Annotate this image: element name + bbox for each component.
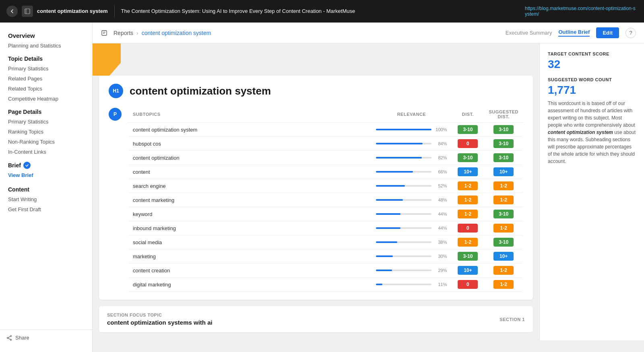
p-badge: P — [109, 108, 122, 121]
share-button[interactable]: Share — [6, 335, 86, 341]
svg-point-2 — [10, 336, 12, 337]
sidebar-content-header: Content — [0, 181, 92, 194]
sidebar-item-ranking-topics[interactable]: Ranking Topics — [0, 127, 92, 137]
suggested-dist-cell: 1-2 — [484, 193, 523, 207]
topic-name: marketing — [128, 249, 371, 263]
article-card: H1 content optimization system P SUBTOPI… — [99, 76, 533, 300]
article-area: H1 content optimization system P SUBTOPI… — [93, 43, 539, 340]
relevance-cell: 44% — [371, 207, 452, 221]
suggested-dist-cell: 3-10 — [484, 207, 523, 221]
relevance-cell: 82% — [371, 151, 452, 165]
sidebar-item-primary-stats-1[interactable]: Primary Statistics — [0, 64, 92, 74]
suggested-dist-cell: 3-10 — [484, 151, 523, 165]
dist-cell: 1-2 — [452, 193, 484, 207]
dist-cell: 0 — [452, 278, 484, 292]
table-row: digital marketing 11% 0 1-2 — [128, 278, 523, 292]
table-row: content optimization 82% 3-10 3-10 — [128, 151, 523, 165]
target-score-label: TARGET CONTENT SCORE — [548, 51, 636, 56]
sidebar-brief-header: Brief — [0, 157, 92, 171]
article-title-row: H1 content optimization system — [109, 84, 523, 98]
doc-title: The Content Optimization System: Using A… — [121, 8, 525, 15]
sidebar-item-start-writing[interactable]: Start Writing — [0, 194, 92, 204]
table-row: content creation 29% 10+ 1-2 — [128, 263, 523, 278]
section-number: SECTION 1 — [500, 317, 525, 322]
help-button[interactable]: ? — [625, 28, 636, 38]
sidebar-item-get-first-draft[interactable]: Get First Draft — [0, 204, 92, 214]
relevance-cell: 48% — [371, 193, 452, 207]
dist-cell: 3-10 — [452, 123, 484, 137]
dist-cell: 1-2 — [452, 207, 484, 221]
sidebar-item-primary-stats-2[interactable]: Primary Statistics — [0, 117, 92, 127]
h1-badge: H1 — [109, 84, 123, 98]
svg-point-4 — [10, 339, 12, 340]
dist-cell: 10+ — [452, 165, 484, 179]
content-wrapper: H1 content optimization system P SUBTOPI… — [93, 43, 644, 340]
dist-cell: 3-10 — [452, 249, 484, 263]
suggested-dist-cell: 1-2 — [484, 179, 523, 193]
yellow-accent-bar — [93, 43, 121, 76]
dist-cell: 1-2 — [452, 235, 484, 249]
sidebar-item-competitive-heatmap[interactable]: Competitive Heatmap — [0, 94, 92, 104]
sidebar-item-related-pages[interactable]: Related Pages — [0, 74, 92, 84]
back-button[interactable] — [6, 6, 18, 17]
sidebar-item-planning[interactable]: Planning and Statistics — [0, 41, 92, 51]
suggested-dist-cell: 3-10 — [484, 235, 523, 249]
edit-button[interactable]: Edit — [596, 27, 619, 38]
sidebar: Overview Planning and Statistics Topic D… — [0, 23, 93, 352]
sidebar-overview-header: Overview — [0, 29, 92, 41]
right-panel: TARGET CONTENT SCORE 32 SUGGESTED WORD C… — [539, 43, 644, 340]
topic-name: digital marketing — [128, 278, 371, 292]
sidebar-item-non-ranking-topics[interactable]: Non-Ranking Topics — [0, 137, 92, 147]
topbar-separator — [114, 5, 115, 17]
topic-name: content optimization system — [128, 123, 371, 137]
sidebar-item-in-content-links[interactable]: In-Content Links — [0, 147, 92, 157]
topbar: content optimization system The Content … — [0, 0, 644, 23]
section-card: SECTION FOCUS TOPIC content optimization… — [99, 306, 533, 332]
page-url[interactable]: https://blog.marketmuse.com/content-opti… — [525, 6, 638, 17]
dist-cell: 3-10 — [452, 151, 484, 165]
suggested-dist-cell: 10+ — [484, 249, 523, 263]
article-title: content optimization system — [130, 85, 271, 97]
relevance-cell: 30% — [371, 249, 452, 263]
header-actions: Executive Summary Outline Brief Edit ? — [506, 27, 636, 38]
word-count-value: 1,771 — [548, 84, 636, 97]
dist-cell: 0 — [452, 221, 484, 235]
sidebar-footer: Share — [0, 329, 92, 346]
breadcrumb-reports[interactable]: Reports — [114, 30, 133, 36]
main-layout: Overview Planning and Statistics Topic D… — [0, 23, 644, 352]
exec-summary-link[interactable]: Executive Summary — [506, 30, 552, 36]
svg-line-6 — [8, 338, 10, 339]
relevance-cell: 100% — [371, 123, 452, 137]
topic-name: content marketing — [128, 193, 371, 207]
relevance-cell: 29% — [371, 263, 452, 278]
topic-name: content creation — [128, 263, 371, 278]
sidebar-page-details-header: Page Details — [0, 104, 92, 117]
relevance-cell: 84% — [371, 137, 452, 151]
table-row: content optimization system 100% 3-10 3-… — [128, 123, 523, 137]
suggested-dist-cell: 3-10 — [484, 137, 523, 151]
breadcrumb-current: content optimization system — [142, 30, 211, 36]
table-row: inbound marketing 44% 0 1-2 — [128, 221, 523, 235]
relevance-col-header: RELEVANCE — [371, 106, 452, 123]
topic-name: search engine — [128, 179, 371, 193]
topic-name: content — [128, 165, 371, 179]
outline-brief-link[interactable]: Outline Brief — [558, 29, 590, 37]
svg-line-5 — [8, 336, 10, 338]
sidebar-item-related-topics[interactable]: Related Topics — [0, 84, 92, 94]
dist-cell: 1-2 — [452, 179, 484, 193]
table-row: keyword 44% 1-2 3-10 — [128, 207, 523, 221]
sidebar-view-brief-link[interactable]: View Brief — [0, 171, 92, 181]
brief-check-icon — [23, 162, 31, 169]
section-focus-value: content optimization systems with ai — [107, 319, 213, 326]
relevance-cell: 38% — [371, 235, 452, 249]
dist-cell: 10+ — [452, 263, 484, 278]
reports-icon — [101, 29, 108, 37]
topic-name: social media — [128, 235, 371, 249]
topic-name: keyword — [128, 207, 371, 221]
suggested-dist-cell: 1-2 — [484, 263, 523, 278]
relevance-cell: 66% — [371, 165, 452, 179]
table-row: marketing 30% 3-10 10+ — [128, 249, 523, 263]
dist-col-header: DIST. — [452, 106, 484, 123]
breadcrumb-separator: › — [136, 30, 138, 36]
dist-cell: 0 — [452, 137, 484, 151]
